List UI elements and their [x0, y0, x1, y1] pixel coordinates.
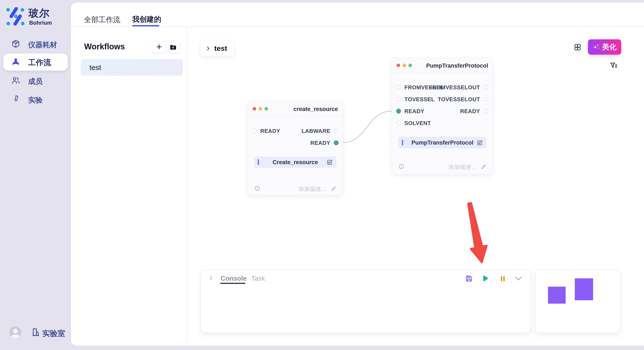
- port-label: TOVESSELOUT: [438, 96, 480, 103]
- app-root: 玻尔 Bohrium 仪器耗材 工作流: [0, 0, 644, 350]
- node-header: PumpTransferProtocol: [392, 58, 493, 73]
- brand-name-en: Bohrium: [29, 19, 52, 26]
- traffic-dot-yellow: [258, 107, 262, 111]
- workflow-panel-title: Workflows: [84, 42, 125, 51]
- console-tab-console[interactable]: Console: [221, 275, 246, 282]
- package-icon: [11, 39, 20, 48]
- minimap-node-pump-transfer: [575, 278, 593, 300]
- workflow-list-item-test[interactable]: test: [81, 59, 183, 76]
- pencil-icon[interactable]: [331, 185, 337, 191]
- console-expand-chevron-icon[interactable]: [208, 275, 214, 281]
- port-in-tovessel[interactable]: [396, 97, 401, 101]
- port-label: FROMVESSELOUT: [429, 84, 480, 91]
- beautify-button[interactable]: 美化: [588, 39, 621, 55]
- plus-icon: +: [156, 42, 162, 51]
- node-action-label: Create_resource: [254, 159, 336, 166]
- beautify-label: 美化: [602, 42, 616, 52]
- description-placeholder[interactable]: 添加描述...: [298, 185, 326, 193]
- info-icon[interactable]: [254, 185, 260, 191]
- port-label: READY: [404, 108, 424, 115]
- sidebar-item-experiments[interactable]: 实验: [0, 94, 71, 105]
- active-tab-underline: [132, 25, 159, 26]
- panel-divider: [186, 27, 187, 346]
- traffic-dot-red: [396, 64, 400, 67]
- add-workflow-button[interactable]: +: [152, 42, 166, 53]
- port-out-ready[interactable]: [484, 109, 488, 113]
- port-label: READY: [260, 128, 280, 134]
- pencil-icon[interactable]: [481, 164, 487, 170]
- users-icon: [11, 76, 20, 85]
- port-in-ready-connected[interactable]: [396, 109, 401, 114]
- tab-all-workflows[interactable]: 全部工作流: [84, 15, 120, 25]
- brand-name-zh: 玻尔: [28, 6, 50, 20]
- traffic-dot-yellow: [402, 64, 406, 67]
- sidebar-item-label: 实验: [28, 95, 42, 105]
- canvas-breadcrumb-card[interactable]: test: [200, 40, 234, 57]
- traffic-dot-red: [252, 107, 256, 111]
- sidebar-item-members[interactable]: 成员: [0, 75, 71, 87]
- collapse-chevron-down-icon[interactable]: [514, 275, 523, 282]
- port-label: TOVESSEL: [404, 96, 435, 103]
- sidebar-item-label: 工作流: [28, 57, 51, 68]
- port-label: LABWARE: [302, 128, 330, 134]
- workflow-item-label: test: [90, 63, 101, 72]
- sidebar-item-workflow[interactable]: 工作流: [0, 56, 71, 68]
- port-label: READY: [310, 140, 330, 146]
- edit-square-icon[interactable]: [326, 159, 333, 166]
- console-tab-underline: [220, 283, 245, 284]
- port-in-ready[interactable]: [252, 129, 256, 133]
- layout-clover-icon[interactable]: [574, 43, 582, 51]
- import-folder-button[interactable]: [166, 42, 180, 53]
- bohrium-logo-icon: [6, 7, 24, 25]
- minimap-node-create-resource: [548, 287, 566, 304]
- building-icon: [31, 327, 41, 337]
- chevron-right-icon: [205, 46, 211, 51]
- node-create-resource[interactable]: create_resource READY LABWARE READY Crea…: [248, 101, 343, 195]
- team-icon: [11, 57, 20, 66]
- node-action-button[interactable]: PumpTransferProtocol: [398, 137, 486, 149]
- sidebar-item-label: 仪器耗材: [28, 40, 57, 50]
- tabbar-divider: [71, 26, 644, 27]
- avatar[interactable]: [9, 326, 21, 338]
- pause-icon[interactable]: [499, 275, 507, 283]
- traffic-dot-green: [408, 64, 412, 67]
- run-play-icon[interactable]: [480, 274, 489, 283]
- port-out-tovesselout[interactable]: [484, 97, 488, 101]
- sidebar-item-label: 成员: [28, 77, 42, 86]
- node-title: create_resource: [294, 106, 338, 113]
- sidebar: 玻尔 Bohrium 仪器耗材 工作流: [0, 0, 71, 350]
- sidebar-item-instruments[interactable]: 仪器耗材: [0, 38, 71, 50]
- node-header: create_resource: [248, 101, 343, 117]
- console-tab-task[interactable]: Task: [251, 275, 265, 282]
- port-out-labware[interactable]: [334, 129, 338, 133]
- port-label: READY: [460, 108, 480, 115]
- edit-square-icon[interactable]: [476, 139, 483, 146]
- node-action-button[interactable]: Create_resource: [254, 157, 336, 168]
- tab-my-created[interactable]: 我创建的: [132, 14, 161, 24]
- node-action-label: PumpTransferProtocol: [398, 140, 486, 146]
- info-icon[interactable]: [398, 164, 404, 170]
- save-icon[interactable]: [465, 275, 473, 283]
- minimap[interactable]: [535, 270, 620, 333]
- brand-logo: [6, 7, 24, 25]
- workspace-label[interactable]: 实验室: [42, 328, 65, 339]
- sparkles-icon: [593, 43, 600, 51]
- port-out-ready-connected[interactable]: [334, 140, 338, 145]
- test-tube-icon: [12, 95, 20, 103]
- port-in-solvent[interactable]: [396, 121, 401, 125]
- traffic-dot-green: [264, 107, 268, 111]
- folder-download-icon: [169, 43, 177, 51]
- filter-icon[interactable]: [610, 61, 618, 70]
- description-placeholder[interactable]: 添加描述...: [448, 163, 476, 171]
- port-out-fromvesselout[interactable]: [484, 85, 488, 90]
- breadcrumb-label: test: [214, 44, 227, 52]
- port-in-fromvessel[interactable]: [396, 85, 401, 90]
- node-title: PumpTransferProtocol: [426, 62, 488, 69]
- port-label: SOLVENT: [404, 120, 431, 127]
- node-pump-transfer-protocol[interactable]: PumpTransferProtocol FROMVESSEL FROMVESS…: [392, 58, 493, 174]
